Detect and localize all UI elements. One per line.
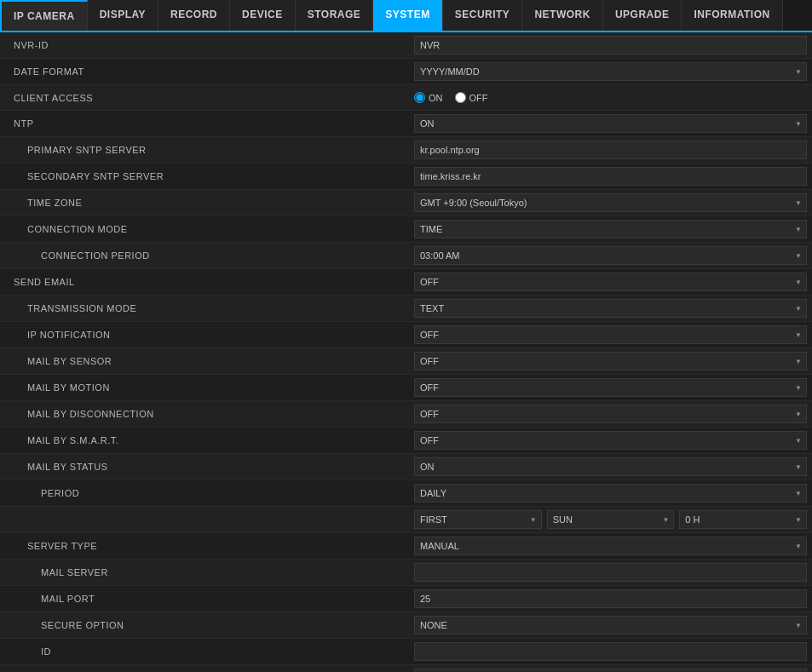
tab-display[interactable]: DISPLAY [88,0,158,31]
schedule-first-select[interactable]: FIRST SECOND [414,510,542,529]
ntp-select[interactable]: ON OFF [414,114,807,133]
transmission-mode-label: TRANSMISSION MODE [0,299,409,318]
server-type-label: SERVER TYPE [0,537,409,555]
primary-sntp-row: PRIMARY SNTP SERVER [0,137,812,164]
secondary-sntp-row: SECONDARY SNTP SERVER [0,164,812,190]
mail-by-status-value: ON OFF [409,454,812,480]
mail-by-disconnection-select[interactable]: OFF ON [414,405,807,423]
mail-by-sensor-value: OFF ON [409,348,812,374]
client-access-label: CLIENT ACCESS [0,89,409,107]
ip-notification-select-wrapper: OFF ON [414,325,807,344]
timezone-select-wrapper: GMT +9:00 (Seoul/Tokyo) GMT +0:00 (UTC) [414,193,807,212]
client-access-on-radio[interactable] [414,92,425,103]
nvr-id-input[interactable] [414,36,807,55]
send-email-select-wrapper: OFF ON [414,273,807,291]
client-access-on-label[interactable]: ON [414,92,443,103]
schedule-day-select[interactable]: SUN MON TUE [547,510,675,529]
date-format-select[interactable]: YYYY/MM/DD MM/DD/YYYY DD/MM/YYYY [414,62,807,81]
mail-port-row: MAIL PORT [0,586,812,612]
mail-by-disconnection-row: MAIL BY DISCONNECTION OFF ON [0,401,812,428]
schedule-hour-wrapper: 0 H 1 H 6 H [679,510,807,529]
mail-by-smart-value: OFF ON [409,428,812,453]
nvr-id-value [409,32,812,58]
mail-by-sensor-label: MAIL BY SENSOR [0,352,409,370]
secure-option-select[interactable]: NONE SSL TLS [414,616,807,635]
primary-sntp-value [409,137,812,163]
tab-ip-camera[interactable]: IP CAMERA [0,0,88,31]
client-access-off-label[interactable]: OFF [455,92,488,103]
transmission-mode-value: TEXT HTML [409,296,812,321]
connection-mode-value: TIME INTERVAL [409,216,812,242]
mail-by-smart-select[interactable]: OFF ON [414,431,807,450]
nvr-id-row: NVR-ID [0,32,812,59]
nvr-id-label: NVR-ID [0,36,409,55]
mail-by-sensor-select[interactable]: OFF ON [414,352,807,370]
tab-record[interactable]: RECORD [158,0,230,31]
mail-by-motion-label: MAIL BY MOTION [0,378,409,397]
mail-by-disconnection-label: MAIL BY DISCONNECTION [0,405,409,423]
id-input[interactable] [414,642,807,661]
period-select[interactable]: DAILY WEEKLY MONTHLY [414,484,807,503]
tab-information[interactable]: INFORMATION [682,0,782,31]
timezone-label: TIME ZONE [0,193,409,212]
transmission-mode-select[interactable]: TEXT HTML [414,299,807,318]
ip-notification-select[interactable]: OFF ON [414,325,807,344]
mail-by-status-row: MAIL BY STATUS ON OFF [0,454,812,480]
date-format-label: DATE FORMAT [0,62,409,81]
ip-notification-row: IP NOTIFICATION OFF ON [0,322,812,348]
timezone-select[interactable]: GMT +9:00 (Seoul/Tokyo) GMT +0:00 (UTC) [414,193,807,212]
password-row: PASSWORD [0,665,812,672]
mail-by-disconnection-select-wrapper: OFF ON [414,405,807,423]
password-input[interactable] [414,669,807,672]
connection-period-row: CONNECTION PERIOD 03:00 AM 06:00 AM 12:0… [0,243,812,269]
mail-server-input[interactable] [414,563,807,582]
client-access-row: CLIENT ACCESS ON OFF [0,85,812,111]
system-settings: NVR-ID DATE FORMAT YYYY/MM/DD MM/DD/YYYY… [0,32,812,672]
date-format-value: YYYY/MM/DD MM/DD/YYYY DD/MM/YYYY [409,59,812,84]
mail-port-input[interactable] [414,589,807,608]
connection-period-label: CONNECTION PERIOD [0,246,409,265]
tab-upgrade[interactable]: UPGRADE [603,0,682,31]
mail-by-motion-select[interactable]: OFF ON [414,378,807,397]
send-email-select[interactable]: OFF ON [414,273,807,291]
id-row: ID [0,639,812,665]
connection-mode-label: CONNECTION MODE [0,220,409,238]
send-email-label: SEND EMAIL [0,273,409,291]
schedule-hour-select[interactable]: 0 H 1 H 6 H [679,510,807,529]
server-type-value: MANUAL AUTO [409,533,812,559]
period-label: PERIOD [0,484,409,503]
period-value: DAILY WEEKLY MONTHLY [409,480,812,506]
connection-period-select[interactable]: 03:00 AM 06:00 AM 12:00 PM [414,246,807,265]
mail-by-disconnection-value: OFF ON [409,401,812,427]
ip-notification-label: IP NOTIFICATION [0,325,409,344]
connection-mode-select[interactable]: TIME INTERVAL [414,220,807,238]
tab-network[interactable]: NETWORK [522,0,603,31]
secondary-sntp-value [409,164,812,189]
schedule-row: FIRST SECOND SUN MON TUE 0 H 1 H 6 H [0,507,812,533]
mail-by-status-select[interactable]: ON OFF [414,457,807,476]
secondary-sntp-label: SECONDARY SNTP SERVER [0,167,409,186]
schedule-label [0,515,409,524]
date-format-select-wrapper: YYYY/MM/DD MM/DD/YYYY DD/MM/YYYY [414,62,807,81]
secure-option-value: NONE SSL TLS [409,612,812,638]
timezone-value: GMT +9:00 (Seoul/Tokyo) GMT +0:00 (UTC) [409,190,812,215]
client-access-on-text: ON [429,93,443,103]
tab-storage[interactable]: STORAGE [296,0,374,31]
tab-security[interactable]: SECURITY [443,0,523,31]
id-label: ID [0,642,409,661]
mail-by-sensor-row: MAIL BY SENSOR OFF ON [0,348,812,375]
client-access-off-radio[interactable] [455,92,466,103]
secondary-sntp-input[interactable] [414,167,807,186]
ntp-row: NTP ON OFF [0,111,812,137]
mail-by-motion-value: OFF ON [409,375,812,400]
server-type-select[interactable]: MANUAL AUTO [414,537,807,555]
period-row: PERIOD DAILY WEEKLY MONTHLY [0,480,812,507]
mail-by-sensor-select-wrapper: OFF ON [414,352,807,370]
ntp-label: NTP [0,114,409,133]
tab-system[interactable]: SYSTEM [373,0,442,31]
tab-device[interactable]: DEVICE [230,0,296,31]
primary-sntp-input[interactable] [414,141,807,159]
timezone-row: TIME ZONE GMT +9:00 (Seoul/Tokyo) GMT +0… [0,190,812,216]
send-email-value: OFF ON [409,269,812,295]
send-email-row: SEND EMAIL OFF ON [0,269,812,296]
